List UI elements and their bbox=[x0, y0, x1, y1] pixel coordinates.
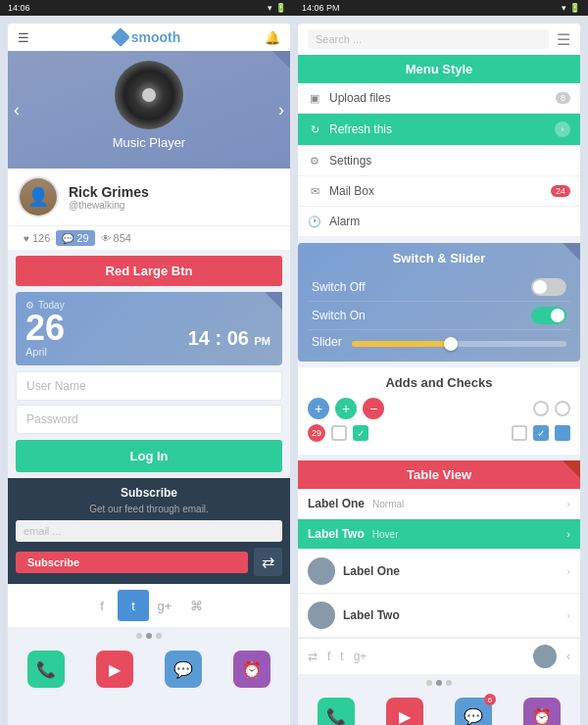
table-avatar-sm bbox=[533, 645, 557, 668]
table-row-2[interactable]: Label Two Hover › bbox=[298, 519, 580, 550]
dot-1[interactable] bbox=[136, 633, 142, 639]
table-row-1-left: Label One Normal bbox=[308, 497, 404, 510]
switch-on-knob bbox=[551, 309, 564, 322]
rss-btn[interactable]: ⌘ bbox=[180, 590, 212, 621]
chat-icon-btn-left[interactable]: 💬 bbox=[165, 651, 202, 688]
next-arrow[interactable]: › bbox=[278, 100, 284, 121]
bottom-icons-left: 📞 ▶ 💬 ⏰ bbox=[8, 645, 290, 694]
googleplus-btn[interactable]: g+ bbox=[149, 590, 180, 621]
left-panel: ☰ smooth 🔔 ‹ Music Player › 👤 Rick Grime… bbox=[8, 24, 290, 725]
check-unchecked-2[interactable] bbox=[512, 425, 527, 441]
username-field[interactable]: User Name bbox=[16, 371, 282, 401]
slider-label: Slider bbox=[312, 335, 342, 349]
menu-item-settings-left: ⚙ Settings bbox=[308, 154, 371, 168]
dot-2[interactable] bbox=[146, 633, 152, 639]
menu-item-alarm[interactable]: 🕐 Alarm bbox=[298, 207, 580, 237]
facebook-btn[interactable]: f bbox=[86, 590, 118, 621]
subscribe-button[interactable]: Subscribe bbox=[16, 552, 248, 573]
password-field[interactable]: Password bbox=[16, 405, 282, 434]
dot-r-3[interactable] bbox=[446, 680, 452, 686]
switch-off-knob bbox=[533, 280, 547, 294]
right-menu-icon[interactable]: ☰ bbox=[557, 30, 570, 49]
status-icons-right: ▾ 🔋 bbox=[562, 3, 580, 13]
table-arrow-3: › bbox=[566, 565, 570, 577]
views-stat: 👁 854 bbox=[95, 230, 137, 246]
phone-icon-btn-left[interactable]: 📞 bbox=[27, 651, 65, 688]
slider-container[interactable] bbox=[352, 337, 566, 347]
dot-3[interactable] bbox=[156, 633, 162, 639]
shuffle-button[interactable]: ⇄ bbox=[254, 548, 282, 576]
switch-on-label: Switch On bbox=[312, 309, 366, 322]
table-row-3[interactable]: Label One › bbox=[298, 550, 580, 594]
subscribe-title: Subscribe bbox=[16, 486, 282, 500]
add-btn-red[interactable]: − bbox=[363, 398, 384, 419]
likes-stat: ♥ 126 bbox=[18, 230, 56, 246]
refresh-icon: ↻ bbox=[308, 122, 321, 136]
mail-icon: ✉ bbox=[308, 184, 321, 198]
radio-unchecked-1[interactable] bbox=[533, 401, 549, 416]
menu-item-refresh[interactable]: ↻ Refresh this › bbox=[298, 114, 580, 146]
mailbox-badge: 24 bbox=[551, 185, 570, 197]
play-icon-btn-right[interactable]: ▶ bbox=[386, 698, 423, 725]
table-fb-icon[interactable]: f bbox=[327, 650, 330, 663]
table-view-title: Table View bbox=[407, 467, 471, 482]
play-icon-btn-left[interactable]: ▶ bbox=[96, 651, 133, 688]
check-blue[interactable]: ✓ bbox=[533, 425, 549, 441]
radio-unchecked-2[interactable] bbox=[555, 401, 570, 416]
check-unchecked[interactable] bbox=[331, 425, 347, 441]
slider-track bbox=[352, 341, 566, 347]
switch-off-row: Switch Off bbox=[308, 273, 570, 302]
email-input[interactable]: email ... bbox=[16, 520, 282, 542]
table-label-4: Label Two bbox=[343, 608, 400, 622]
refresh-arrow: › bbox=[555, 121, 570, 137]
table-shuffle-icon[interactable]: ⇄ bbox=[308, 650, 318, 663]
right-panel: Search ... ☰ Menu Style ▣ Upload files 8… bbox=[298, 24, 580, 725]
table-twitter-icon[interactable]: t bbox=[340, 650, 343, 663]
notification-icon[interactable]: 🔔 bbox=[265, 30, 280, 45]
filled-check[interactable] bbox=[555, 425, 570, 441]
social-row: f t g+ ⌘ bbox=[8, 584, 290, 627]
right-header: Search ... ☰ bbox=[298, 24, 580, 55]
upload-icon: ▣ bbox=[308, 91, 321, 105]
table-chevron-icon[interactable]: ‹ bbox=[566, 650, 570, 663]
chat-badge: 6 bbox=[484, 694, 496, 705]
prev-arrow[interactable]: ‹ bbox=[14, 100, 20, 121]
upload-label: Upload files bbox=[329, 91, 391, 105]
table-row-4[interactable]: Label Two › bbox=[298, 594, 580, 638]
phone-icon-btn-right[interactable]: 📞 bbox=[318, 698, 355, 725]
music-player-block: ‹ Music Player › bbox=[8, 51, 290, 169]
profile-username: @thewalking bbox=[69, 200, 149, 211]
bottom-icons-right: 📞 ▶ 💬 6 ⏰ bbox=[298, 692, 580, 725]
add-btn-blue[interactable]: + bbox=[308, 398, 329, 419]
time-ampm: PM bbox=[255, 335, 271, 347]
status-bar-left: 14:06 ▾ 🔋 bbox=[0, 0, 294, 16]
menu-item-settings[interactable]: ⚙ Settings bbox=[298, 146, 580, 176]
add-btn-teal[interactable]: + bbox=[335, 398, 357, 419]
search-box[interactable]: Search ... bbox=[308, 29, 549, 49]
chat-icon-btn-right[interactable]: 💬 6 bbox=[455, 698, 492, 725]
slider-fill bbox=[352, 341, 449, 347]
dots-pagination bbox=[8, 627, 290, 645]
table-row-1[interactable]: Label One Normal › bbox=[298, 489, 580, 519]
table-gplus-icon[interactable]: g+ bbox=[354, 650, 368, 663]
table-avatar-2 bbox=[308, 602, 335, 629]
table-row-2-left: Label Two Hover bbox=[308, 527, 398, 541]
login-button[interactable]: Log In bbox=[16, 440, 282, 472]
menu-item-mailbox[interactable]: ✉ Mail Box 24 bbox=[298, 176, 580, 207]
red-large-btn[interactable]: Red Large Btn bbox=[16, 256, 282, 286]
dots-pagination-right bbox=[298, 674, 580, 692]
clock-icon-btn-left[interactable]: ⏰ bbox=[233, 651, 270, 688]
menu-item-upload[interactable]: ▣ Upload files 8 bbox=[298, 83, 580, 114]
check-teal[interactable]: ✓ bbox=[353, 425, 368, 441]
clock-icon-btn-right[interactable]: ⏰ bbox=[523, 698, 561, 725]
switch-off-toggle[interactable] bbox=[531, 278, 566, 296]
switch-off-label: Switch Off bbox=[312, 280, 365, 294]
dot-r-1[interactable] bbox=[426, 680, 432, 686]
date-block: ⚙ Today 26 April 14 : 06 PM bbox=[16, 292, 282, 365]
switch-on-toggle[interactable] bbox=[531, 307, 566, 324]
hamburger-icon[interactable]: ☰ bbox=[18, 30, 29, 45]
table-arrow-2: › bbox=[566, 528, 570, 540]
slider-thumb[interactable] bbox=[444, 337, 458, 351]
dot-r-2[interactable] bbox=[436, 680, 442, 686]
twitter-btn[interactable]: t bbox=[118, 590, 149, 621]
